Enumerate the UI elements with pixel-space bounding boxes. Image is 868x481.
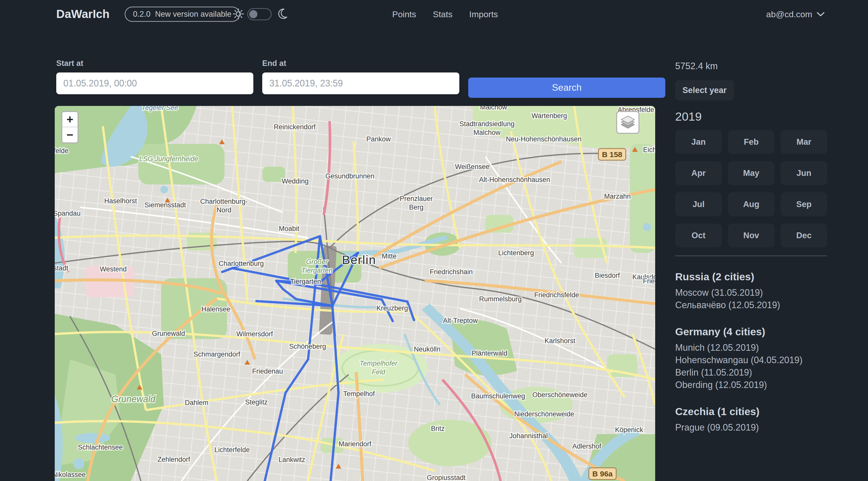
country-heading: Russia (2 cities)	[675, 271, 827, 283]
road-shield: B 96a	[589, 468, 616, 479]
map-label: Halensee	[202, 305, 230, 313]
city-item: Oberding (12.05.2019)	[675, 379, 827, 391]
map-layers-control[interactable]	[616, 111, 640, 134]
map-label: Großer	[306, 258, 328, 266]
map-label: Nikolassee	[55, 471, 86, 478]
start-at-label: Start at	[56, 59, 253, 68]
country-section: Russia (2 cities)Moscow (31.05.2019)Сель…	[675, 271, 827, 311]
month-button-sep[interactable]: Sep	[781, 192, 827, 216]
map-label: Dahlem	[185, 399, 208, 407]
start-at-input[interactable]	[56, 72, 253, 94]
nav-link-stats[interactable]: Stats	[433, 9, 453, 19]
map-label: Friedrichsfelde	[534, 291, 579, 299]
road-shield: B 158	[598, 149, 626, 160]
month-button-may[interactable]: May	[728, 161, 775, 185]
select-year-button[interactable]: Select year	[675, 80, 734, 100]
map-label: Schmargendorf	[193, 351, 241, 358]
main-nav: PointsStatsImports	[392, 0, 498, 28]
map-label: Tempelhof	[343, 390, 375, 398]
zoom-in-button[interactable]: +	[62, 112, 78, 127]
map-label: Malchow	[480, 106, 507, 111]
map-label: Lichtenberg	[498, 249, 534, 257]
map-label: Friedrichsfelde	[643, 277, 655, 285]
end-at-input[interactable]	[262, 72, 459, 94]
map-label: Eiche	[643, 146, 655, 154]
search-button[interactable]: Search	[468, 78, 665, 98]
month-button-mar[interactable]: Mar	[781, 130, 827, 154]
version-badge[interactable]: 0.2.0 New version available	[125, 7, 240, 22]
map-label: Biesdorf	[595, 272, 620, 279]
map-label: Westend	[100, 265, 127, 273]
map-label: Britz	[431, 425, 445, 432]
month-button-jan[interactable]: Jan	[675, 130, 722, 154]
month-button-oct[interactable]: Oct	[675, 223, 722, 247]
user-email: ab@cd.com	[766, 9, 812, 19]
map-label: Malchow	[473, 129, 501, 136]
country-heading: Germany (4 cities)	[675, 326, 827, 338]
map-zoom-control: + −	[61, 111, 79, 144]
map-label: Johannisthal	[509, 432, 548, 440]
navbar: DaWarIch 0.2.0 New version available Poi…	[0, 0, 868, 28]
end-at-group: End at	[262, 59, 459, 94]
map-label: Steglitz	[245, 398, 268, 406]
svg-text:B 158: B 158	[602, 150, 622, 159]
city-item: Berlin (11.05.2019)	[675, 366, 827, 379]
map-label: Niederschöneweide	[514, 410, 574, 418]
map-label: Friedrichshain	[430, 268, 473, 276]
month-button-apr[interactable]: Apr	[675, 161, 722, 185]
map-label: Alt-Treptow	[443, 317, 478, 324]
map-label: Schlachtensee	[78, 444, 123, 451]
nav-link-imports[interactable]: Imports	[469, 9, 498, 19]
svg-text:B 96a: B 96a	[592, 470, 613, 478]
map-label: Wedding	[282, 177, 309, 185]
month-button-jul[interactable]: Jul	[675, 192, 722, 216]
map-label: Spandau	[55, 210, 81, 217]
user-menu[interactable]: ab@cd.com	[766, 0, 825, 28]
map-canvas[interactable]: HakenfeldeTegeler SeeReinickendorfMalcho…	[55, 106, 655, 481]
month-button-feb[interactable]: Feb	[728, 130, 775, 154]
city-item: Hohenschwangau (04.05.2019)	[675, 354, 827, 366]
map-label: Gropiusstadt	[427, 474, 466, 481]
map-label: Gesundbrunnen	[325, 172, 374, 180]
map-label: Berg	[409, 204, 423, 211]
map-label: Friedenau	[252, 367, 283, 375]
map-label: Nord	[217, 206, 231, 214]
zoom-out-button[interactable]: −	[62, 127, 78, 143]
month-button-aug[interactable]: Aug	[728, 192, 775, 216]
map-label: Tempelhofer	[360, 360, 398, 367]
city-item: Moscow (31.05.2019)	[675, 287, 827, 299]
city-item: Prague (09.05.2019)	[675, 421, 827, 433]
map-label: Neu-Hohenschönhausen	[506, 135, 582, 143]
map-label: Zehlendorf	[157, 456, 190, 463]
map-label: Neukölln	[414, 345, 440, 353]
map-label: Wilmersdorf	[237, 330, 273, 338]
map-label: Grunewald	[152, 330, 185, 337]
month-button-jun[interactable]: Jun	[781, 161, 827, 185]
sidebar: 5752.4 km Select year 2019 JanFebMarAprM…	[675, 61, 827, 433]
map-label: Tiergarten	[302, 267, 333, 274]
month-button-nov[interactable]: Nov	[728, 223, 775, 247]
map-label: Haselhorst	[104, 197, 137, 205]
theme-toggle[interactable]	[247, 8, 272, 20]
nav-link-points[interactable]: Points	[392, 9, 416, 19]
map-label: LSG Jungfernheide	[140, 155, 198, 163]
app-logo[interactable]: DaWarIch	[56, 7, 110, 21]
map-label: Schöneberg	[289, 342, 326, 350]
map-label: Charlottenburg	[219, 260, 264, 267]
end-at-label: End at	[262, 59, 459, 68]
sun-icon	[232, 8, 245, 21]
month-button-dec[interactable]: Dec	[781, 223, 827, 247]
version-number: 0.2.0	[133, 10, 151, 19]
map-label: Pankow	[366, 135, 391, 143]
map-label: Marzahn	[604, 192, 630, 200]
map-label: Stadtrandsiedlung	[459, 120, 515, 128]
map-label: Karlshorst	[545, 337, 576, 345]
map-label: Wartenberg	[531, 112, 567, 120]
map-label: Köpenick	[615, 426, 643, 433]
map-label: Alt-Hohenschönhausen	[479, 176, 550, 183]
moon-icon	[276, 8, 288, 21]
countries-list: Russia (2 cities)Moscow (31.05.2019)Сель…	[675, 271, 827, 433]
map-label: Feld	[372, 368, 385, 376]
map-label: Lichterfelde	[214, 446, 250, 454]
map-label: Siemensstadt	[145, 201, 186, 209]
